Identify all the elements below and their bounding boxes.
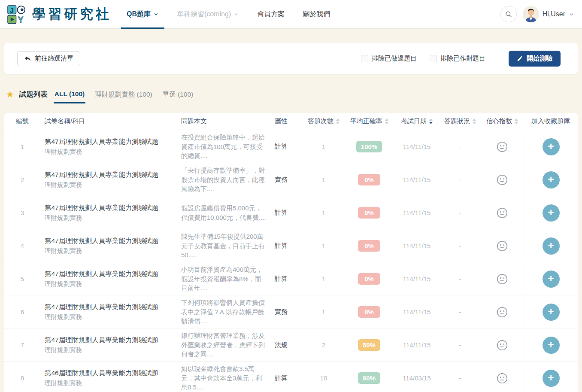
exam-name-cell[interactable]: 第47屆理財規劃人員專業能力測驗試題 理財規劃實務 [40, 237, 178, 255]
add-to-favorites-button[interactable]: + [543, 237, 560, 255]
confidence-button[interactable] [496, 372, 508, 384]
sort-icon[interactable] [385, 119, 388, 124]
exam-name-cell[interactable]: 第47屆理財規劃人員專業能力測驗試題 理財規劃實務 [40, 336, 178, 355]
add-to-favorites-button[interactable]: + [543, 204, 560, 222]
exam-name-cell[interactable]: 第47屆理財規劃人員專業能力測驗試題 理財規劃實務 [40, 303, 178, 322]
exam-date: 114/11/15 [394, 143, 440, 150]
brand-name: 學習研究社 [32, 5, 112, 23]
table-row: 8 第46屆理財規劃人員專業能力測驗試題 理財規劃實務 如以現金繳死會會款3.5… [4, 362, 578, 392]
tab-single-choice[interactable]: 單選 (100) [162, 88, 194, 103]
favorite-cell: + [524, 163, 578, 196]
exam-name-cell[interactable]: 第47屆理財規劃人員專業能力測驗試題 理財規劃實務 [40, 204, 178, 222]
add-to-favorites-button[interactable]: + [543, 138, 560, 155]
exam-title: 第47屆理財規劃人員專業能力測驗試題 [45, 204, 171, 213]
question-text[interactable]: 小明目前淨資產為400萬元，假設年投資報酬率為8%，而目前年.... [178, 265, 270, 293]
exclude-done-checkbox-group[interactable]: 排除已做過題目 [361, 55, 417, 63]
exam-date: 114/03/15 [394, 374, 440, 382]
exam-title: 第47屆理財規劃人員專業能力測驗試題 [45, 303, 171, 312]
answer-status: - [440, 308, 481, 316]
nav-item-single-subject[interactable]: 單科練習(coming) [168, 0, 248, 29]
exclude-correct-checkbox[interactable] [430, 55, 437, 62]
nav-item-about[interactable]: 關於我們 [294, 0, 339, 29]
sort-icon[interactable] [515, 119, 518, 124]
confidence-button[interactable] [496, 141, 508, 153]
tab-subject[interactable]: 理財規劃實務 (100) [94, 88, 153, 103]
exam-date: 114/11/15 [394, 341, 440, 349]
confidence-button[interactable] [496, 174, 508, 186]
attribute: 計算 [270, 242, 303, 250]
exclude-correct-checkbox-group[interactable]: 排除已作對題目 [430, 55, 485, 63]
exam-title: 第46屆理財規劃人員專業能力測驗試題 [45, 369, 171, 378]
col-header-attempts[interactable]: 答題次數 [303, 117, 344, 125]
col-header-label: 信心指數 [486, 117, 512, 125]
question-text[interactable]: 下列何項將影響個人資產負債表中之淨值？A.以存款帳戶餘額清償.... [178, 298, 270, 326]
confidence-button[interactable] [496, 273, 508, 285]
answer-status: - [440, 242, 481, 249]
user-menu[interactable]: Hi,User [523, 6, 574, 22]
question-text[interactable]: 假設房屋鑑價費用5,000元，代償費用10,000元，代書費.... [178, 204, 270, 222]
nav-item-membership[interactable]: 會員方案 [248, 0, 294, 29]
exclude-done-label: 排除已做過題目 [372, 55, 417, 63]
question-text[interactable]: 陳先生準備15年後提供200萬元子女教育基金，目前手上有50.... [178, 232, 270, 260]
col-header-label: 答題狀況 [444, 117, 470, 125]
exam-name-cell[interactable]: 第47屆理財規劃人員專業能力測驗試題 理財規劃實務 [40, 270, 178, 289]
exam-name-cell[interactable]: 第47屆理財規劃人員專業能力測驗試題 理財規劃實務 [40, 170, 178, 189]
nav-item-label: 單科練習(coming) [177, 10, 231, 19]
col-header-label: 平均正確率 [350, 117, 382, 125]
confidence-cell [481, 306, 524, 318]
sort-icon[interactable] [473, 119, 476, 124]
favorite-cell: + [524, 229, 578, 262]
exam-date: 114/11/15 [394, 275, 440, 283]
sort-icon-desc-active[interactable] [429, 119, 433, 124]
question-list-tabs-row: ★ 試題列表 ALL (100) 理財規劃實務 (100) 單選 (100) [4, 88, 578, 107]
favorite-cell: + [524, 130, 578, 163]
question-text[interactable]: 如以現金繳死會會款3.5萬元，其中會款本金3萬元，利息0.5.... [178, 364, 270, 392]
exam-title: 第47屆理財規劃人員專業能力測驗試題 [45, 270, 171, 279]
neutral-face-icon [496, 240, 508, 252]
topbar-right: Hi,User [500, 6, 574, 22]
accuracy-cell: 50% [344, 339, 394, 351]
plus-icon: + [548, 240, 554, 251]
confidence-button[interactable] [496, 207, 508, 219]
col-header-confidence[interactable]: 信心指數 [481, 117, 524, 125]
exam-name-cell[interactable]: 第47屆理財規劃人員專業能力測驗試題 理財規劃實務 [40, 137, 178, 156]
add-to-favorites-button[interactable]: + [543, 304, 560, 321]
add-to-favorites-button[interactable]: + [543, 171, 560, 188]
sort-icon[interactable] [336, 119, 340, 124]
exam-subject: 理財規劃實務 [45, 346, 171, 354]
search-button[interactable] [500, 6, 517, 22]
exclude-done-checkbox[interactable] [361, 55, 368, 62]
question-text[interactable]: 銀行辦理財富管理業務，涉及外匯業務之經營者，應經下列何者之同.... [178, 331, 270, 359]
exam-date: 114/11/15 [394, 242, 440, 249]
confidence-button[interactable] [496, 339, 508, 351]
question-text[interactable]: 「央行提高存款準備率」，對股票市場的投資人而言，此種風險為下.... [178, 166, 270, 194]
answer-status: - [440, 275, 481, 283]
add-to-favorites-button[interactable]: + [543, 270, 560, 288]
add-to-favorites-button[interactable]: + [543, 337, 560, 354]
start-test-button[interactable]: 開始測驗 [509, 51, 561, 67]
question-text[interactable]: 在投資組合保險策略中，起始資產市值為100萬元，可接受的總資.... [178, 133, 270, 161]
brand[interactable]: J Y 學習研究社 [7, 4, 112, 24]
exam-name-cell[interactable]: 第46屆理財規劃人員專業能力測驗試題 理財規劃實務 [40, 369, 178, 388]
neutral-face-icon [496, 306, 508, 318]
attribute: 實務 [270, 176, 303, 184]
plus-icon: + [548, 340, 554, 350]
confidence-cell [481, 240, 524, 252]
tab-all[interactable]: ALL (100) [54, 88, 85, 103]
exam-title: 第47屆理財規劃人員專業能力測驗試題 [45, 170, 171, 179]
go-to-filter-list-button[interactable]: 前往篩選清單 [17, 51, 80, 66]
accuracy-cell: 100% [344, 141, 394, 152]
top-navigation-bar: J Y 學習研究社 QB題庫 單科練習(coming) 會員方案 關於我們 [0, 0, 582, 29]
col-header-accuracy[interactable]: 平均正確率 [344, 117, 394, 125]
confidence-button[interactable] [496, 306, 508, 318]
plus-icon: + [548, 273, 554, 284]
accuracy-badge: 0% [358, 207, 380, 219]
confidence-cell [481, 174, 524, 186]
col-header-answer-status[interactable]: 答題狀況 [440, 117, 481, 125]
row-number: 8 [4, 374, 40, 382]
add-to-favorites-button[interactable]: + [543, 370, 560, 387]
col-header-exam-date[interactable]: 考試日期 [394, 117, 440, 125]
confidence-button[interactable] [496, 240, 508, 252]
nav-item-qb-bank[interactable]: QB題庫 [118, 0, 168, 29]
col-header-exam-name: 試卷名稱/科目 [40, 117, 178, 125]
